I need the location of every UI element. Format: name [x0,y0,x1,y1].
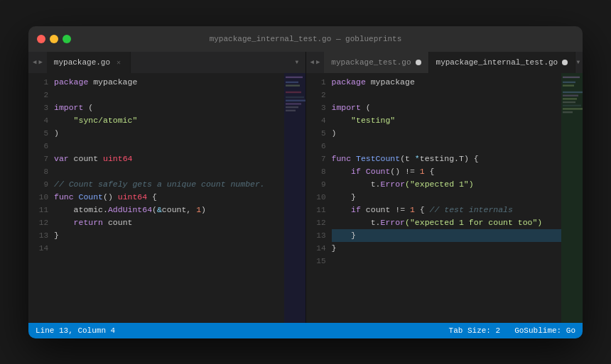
arrow-right-icon[interactable]: ▶ [38,58,42,66]
line-number-7: 7 [306,153,326,165]
svg-rect-4 [286,96,304,97]
window-controls [28,35,71,43]
code-line-12: return count [54,216,284,229]
tab-mypackage-internal-test-go-label: mypackage_internal_test.go [436,58,558,67]
minimize-button[interactable] [50,35,58,43]
right-arrow-right-icon[interactable]: ▶ [316,58,320,66]
svg-rect-7 [286,106,298,107]
code-line-2 [332,89,562,101]
editor-container: ◀ ▶ mypackage.go ✕ ▾ 1234567891011121314… [28,52,583,323]
status-tab-size[interactable]: Tab Size: 2 [449,326,501,335]
code-line-4: "sync/atomic" [54,114,284,127]
svg-rect-13 [563,94,578,96]
right-pane-arrows[interactable]: ◀ ▶ [306,52,325,73]
maximize-button[interactable] [63,35,71,43]
line-number-9: 9 [28,178,48,191]
svg-rect-6 [286,103,301,104]
line-number-13: 13 [28,229,48,242]
code-line-10: func Count() uint64 { [54,191,284,204]
svg-rect-3 [286,91,301,92]
line-number-8: 8 [28,165,48,178]
left-line-numbers: 1234567891011121314 [28,73,54,323]
line-number-2: 2 [28,89,48,101]
right-tab-menu[interactable]: ▾ [575,52,583,73]
right-pane: ◀ ▶ mypackage_test.go mypackage_internal… [306,52,583,323]
left-tab-menu[interactable]: ▾ [294,52,305,73]
line-number-8: 8 [306,165,326,178]
svg-rect-5 [286,99,306,101]
svg-rect-8 [286,109,296,111]
svg-rect-1 [286,81,298,82]
code-line-4: "testing" [332,114,562,127]
line-number-6: 6 [28,140,48,153]
line-number-2: 2 [306,89,326,101]
right-code-lines[interactable]: package mypackageimport ( "testing")func… [332,73,562,323]
tab-mypackage-test-go[interactable]: mypackage_test.go [324,52,428,73]
right-code-area: 123456789101112131415 package mypackagei… [306,73,583,323]
tab-mypackage-test-go-label: mypackage_test.go [331,58,411,67]
code-line-15 [332,255,562,268]
line-number-5: 5 [306,127,326,140]
code-line-3: import ( [54,101,284,114]
code-line-14: } [332,242,562,255]
line-number-12: 12 [28,216,48,229]
status-bar-right: Tab Size: 2 GoSublime: Go [449,326,575,335]
code-line-13: } [54,229,284,242]
line-number-14: 14 [28,242,48,255]
tab-mypackage-go[interactable]: mypackage.go ✕ [47,52,131,73]
code-line-7: func TestCount(t *testing.T) { [332,153,562,165]
tab-mypackage-test-dot [416,60,421,65]
svg-rect-10 [563,81,575,82]
close-button[interactable] [37,35,45,43]
app-window: mypackage_internal_test.go — goblueprint… [28,26,583,338]
svg-rect-0 [286,76,303,77]
tab-mypackage-go-label: mypackage.go [54,58,110,67]
line-number-11: 11 [306,204,326,216]
status-bar: Line 13, Column 4 Tab Size: 2 GoSublime:… [28,323,583,338]
code-line-1: package mypackage [54,76,284,89]
line-number-1: 1 [28,76,48,89]
tab-mypackage-internal-dot [562,60,568,65]
code-line-11: if count != 1 { // test internals [332,204,562,216]
line-number-1: 1 [306,76,326,89]
line-number-7: 7 [28,153,48,165]
line-number-15: 15 [306,255,326,268]
code-line-5: ) [54,127,284,140]
left-code-area: 1234567891011121314 package mypackageimp… [28,73,306,323]
code-line-6 [54,140,284,153]
svg-rect-9 [563,76,580,77]
line-number-4: 4 [28,114,48,127]
code-line-2 [54,89,284,101]
tab-mypackage-go-close[interactable]: ✕ [114,58,123,67]
left-code-lines[interactable]: package mypackageimport ( "sync/atomic")… [54,73,284,323]
code-line-7: var count uint64 [54,153,284,165]
svg-rect-11 [563,84,574,86]
right-arrow-left-icon[interactable]: ◀ [310,58,314,66]
line-number-11: 11 [28,204,48,216]
svg-rect-12 [563,91,583,92]
line-number-3: 3 [28,101,48,114]
svg-rect-16 [563,104,581,106]
left-pane-arrows[interactable]: ◀ ▶ [28,52,47,73]
line-number-10: 10 [28,191,48,204]
status-language[interactable]: GoSublime: Go [514,326,575,335]
window-title: mypackage_internal_test.go — goblueprint… [210,35,402,43]
line-number-4: 4 [306,114,326,127]
line-number-9: 9 [306,178,326,191]
line-number-5: 5 [28,127,48,140]
svg-rect-17 [563,108,583,109]
status-position: Line 13, Column 4 [36,326,115,335]
code-line-8: if Count() != 1 { [332,165,562,178]
code-line-11: atomic.AddUint64(&count, 1) [54,204,284,216]
line-number-13: 13 [306,229,326,242]
line-number-3: 3 [306,101,326,114]
left-pane: ◀ ▶ mypackage.go ✕ ▾ 1234567891011121314… [28,52,306,323]
svg-rect-14 [563,98,577,99]
code-line-5: ) [332,127,562,140]
code-line-9: // Count safely gets a unique count numb… [54,178,284,191]
left-minimap [284,73,306,323]
line-number-6: 6 [306,140,326,153]
arrow-left-icon[interactable]: ◀ [33,58,36,66]
right-tab-bar: ◀ ▶ mypackage_test.go mypackage_internal… [306,52,583,73]
tab-mypackage-internal-test-go[interactable]: mypackage_internal_test.go [429,52,576,73]
